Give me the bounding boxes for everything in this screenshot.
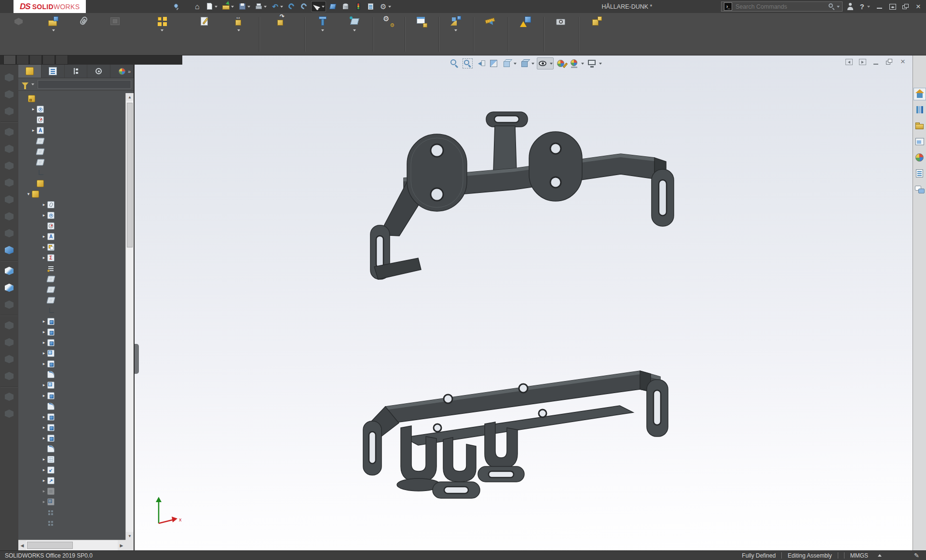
appearances-scenes-icon[interactable] xyxy=(914,152,926,164)
dropdown-arrow-icon[interactable] xyxy=(280,6,283,8)
propertymanager-tab[interactable] xyxy=(41,65,65,78)
part-bottom-bracket[interactable] xyxy=(363,371,668,498)
pen-tag-icon[interactable] xyxy=(914,552,919,559)
feature-tree-item[interactable] xyxy=(18,454,125,464)
view-orientation-icon[interactable] xyxy=(502,58,512,68)
edit-appearance-icon[interactable] xyxy=(556,58,566,68)
new-motion-study-button[interactable] xyxy=(375,14,402,54)
collapse-pane-left-icon[interactable] xyxy=(845,59,853,65)
tools-menu[interactable] xyxy=(133,4,144,9)
expand-arrow-icon[interactable] xyxy=(41,231,47,242)
vertical-scroll-thumb[interactable] xyxy=(127,103,133,247)
panel-overflow-chevron-icon[interactable]: » xyxy=(125,65,134,78)
expand-arrow-icon[interactable] xyxy=(41,199,47,210)
dropdown-arrow-icon[interactable] xyxy=(514,63,517,65)
minimize-window-icon[interactable] xyxy=(876,4,883,10)
feature-tree-item[interactable] xyxy=(18,358,125,369)
feature-tree-item[interactable] xyxy=(18,242,125,252)
dropdown-arrow-icon[interactable] xyxy=(321,29,324,31)
feature-tree-item[interactable] xyxy=(18,284,125,295)
toolbar-icon[interactable] xyxy=(3,353,15,365)
help-icon[interactable]: ? xyxy=(860,2,864,11)
toolbar-icon[interactable] xyxy=(3,370,15,382)
search-input[interactable] xyxy=(735,3,828,11)
component-preview-window-button[interactable] xyxy=(95,14,135,54)
expand-arrow-icon[interactable] xyxy=(41,316,47,327)
feature-tree-item[interactable] xyxy=(18,348,125,358)
tab-solidworks-add-ins[interactable] xyxy=(55,55,68,65)
user-account-icon[interactable] xyxy=(846,3,854,10)
toolbar-icon[interactable] xyxy=(3,88,15,100)
design-library-icon[interactable] xyxy=(914,104,926,116)
zoom-to-area-icon[interactable] xyxy=(463,58,473,68)
expand-arrow-icon[interactable] xyxy=(41,454,47,464)
dropdown-arrow-icon[interactable] xyxy=(388,6,391,8)
feature-tree-item[interactable] xyxy=(18,443,125,454)
toolbar-icon[interactable] xyxy=(3,408,15,420)
feature-tree-item[interactable] xyxy=(18,475,125,486)
dropdown-arrow-icon[interactable] xyxy=(247,6,250,8)
horizontal-scroll-thumb[interactable] xyxy=(27,542,73,549)
feature-tree-item[interactable] xyxy=(18,125,125,136)
units-selector[interactable]: MMGS xyxy=(850,552,882,559)
reference-geometry-button[interactable] xyxy=(339,14,370,54)
feature-tree-item[interactable] xyxy=(18,507,125,518)
scroll-down-arrow-icon[interactable]: ▼ xyxy=(126,532,134,540)
instant3d-button[interactable] xyxy=(476,14,505,54)
search-commands-box[interactable] xyxy=(721,1,843,12)
scroll-left-arrow-icon[interactable]: ◀ xyxy=(18,540,26,550)
dropdown-arrow-icon[interactable] xyxy=(353,29,356,31)
tab-layout[interactable] xyxy=(16,55,29,65)
large-assembly-mode-button[interactable] xyxy=(581,14,613,54)
print-icon[interactable] xyxy=(254,1,268,12)
feature-tree-item[interactable] xyxy=(18,464,125,475)
expand-arrow-icon[interactable] xyxy=(41,475,47,486)
feature-tree-item[interactable] xyxy=(18,401,125,411)
search-icon[interactable] xyxy=(828,3,835,10)
file-properties-icon[interactable] xyxy=(366,1,376,12)
feature-tree-item[interactable] xyxy=(18,486,125,496)
expand-arrow-icon[interactable] xyxy=(41,380,47,390)
edit-menu[interactable] xyxy=(101,4,112,9)
toolbar-icon[interactable] xyxy=(3,391,15,403)
dropdown-arrow-icon[interactable] xyxy=(454,29,457,31)
filter-funnel-icon[interactable] xyxy=(22,82,28,86)
open-icon[interactable] xyxy=(221,1,235,12)
toolbar-icon[interactable] xyxy=(3,210,15,222)
feature-tree-item[interactable] xyxy=(18,114,125,125)
toolbar-icon[interactable] xyxy=(3,319,15,331)
feature-tree-item[interactable] xyxy=(18,305,125,316)
linear-component-pattern-button[interactable] xyxy=(135,14,189,54)
toolbar-icon[interactable] xyxy=(3,265,15,277)
toolbar-icon[interactable] xyxy=(3,336,15,348)
scroll-right-arrow-icon[interactable]: ▶ xyxy=(118,540,125,550)
feature-tree-item[interactable] xyxy=(18,136,125,146)
tree-vertical-scrollbar[interactable]: ▲ ▼ xyxy=(125,93,134,540)
graphics-viewport[interactable]: x xyxy=(135,55,912,550)
toolbar-icon[interactable] xyxy=(3,143,15,155)
scroll-up-arrow-icon[interactable]: ▲ xyxy=(126,93,134,101)
zoom-to-fit-icon[interactable] xyxy=(449,58,460,68)
help-dropdown-arrow-icon[interactable] xyxy=(867,6,870,8)
dropdown-arrow-icon[interactable] xyxy=(231,6,234,8)
help-menu[interactable] xyxy=(154,4,165,9)
panel-splitter-handle[interactable] xyxy=(135,344,139,374)
part-top-bracket[interactable] xyxy=(370,112,674,279)
expand-arrow-icon[interactable] xyxy=(41,252,47,263)
dropdown-arrow-icon[interactable] xyxy=(161,29,163,31)
undo-icon[interactable] xyxy=(270,1,284,12)
expand-arrow-icon[interactable] xyxy=(41,327,47,337)
dropdown-arrow-icon[interactable] xyxy=(215,6,218,8)
filter-input-field[interactable] xyxy=(38,80,131,89)
feature-tree-item[interactable] xyxy=(18,157,125,167)
dropdown-arrow-icon[interactable] xyxy=(264,6,267,8)
pin-menu-icon[interactable] xyxy=(173,3,180,11)
rebuild-all-icon[interactable] xyxy=(299,1,309,12)
units-up-arrow-icon[interactable] xyxy=(878,554,882,557)
hide-show-items-eye-icon[interactable] xyxy=(538,58,548,68)
feature-tree-item[interactable] xyxy=(18,433,125,443)
custom-properties-icon[interactable] xyxy=(914,168,926,179)
expand-arrow-icon[interactable] xyxy=(41,411,47,422)
feature-tree-item[interactable] xyxy=(18,273,125,284)
feature-tree-item[interactable] xyxy=(18,178,125,189)
